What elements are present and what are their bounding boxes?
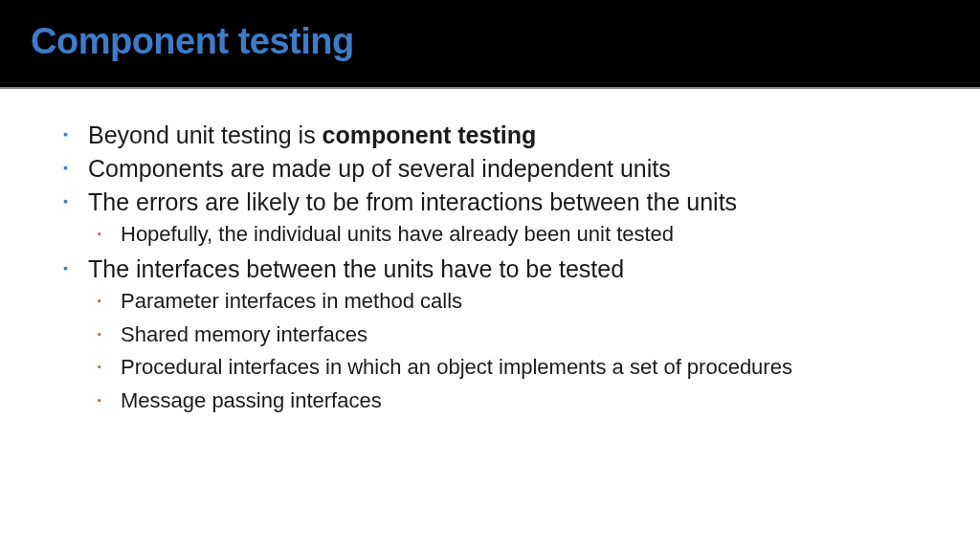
sub-bullet-item: Message passing interfaces (96, 386, 938, 416)
sub-bullet-item: Procedural interfaces in which an object… (96, 353, 938, 383)
sub-bullet-item: Hopefully, the individual units have alr… (96, 220, 938, 250)
slide-content: Beyond unit testing is component testing… (0, 89, 980, 439)
bullet-item: Beyond unit testing is component testing (61, 120, 938, 151)
sub-bullet-text: Parameter interfaces in method calls (121, 289, 462, 313)
bullet-list: Beyond unit testing is component testing… (61, 120, 938, 416)
sub-bullet-text: Hopefully, the individual units have alr… (121, 222, 674, 246)
sub-bullet-text: Procedural interfaces in which an object… (121, 355, 792, 379)
bullet-text: The interfaces between the units have to… (88, 255, 624, 282)
bullet-text-prefix: Beyond unit testing is (88, 121, 323, 148)
slide-title: Component testing (31, 21, 949, 62)
sub-bullet-item: Shared memory interfaces (96, 320, 938, 350)
sub-bullet-text: Shared memory interfaces (121, 322, 368, 346)
bullet-text: Components are made up of several indepe… (88, 155, 671, 182)
bullet-text-bold: component testing (323, 121, 537, 148)
sub-bullet-list: Hopefully, the individual units have alr… (88, 220, 938, 250)
bullet-text: The errors are likely to be from interac… (88, 188, 737, 215)
sub-bullet-text: Message passing interfaces (121, 388, 382, 412)
slide-header: Component testing (0, 0, 980, 89)
bullet-item: The interfaces between the units have to… (61, 253, 938, 416)
bullet-item: Components are made up of several indepe… (61, 153, 938, 185)
bullet-item: The errors are likely to be from interac… (61, 187, 938, 250)
sub-bullet-list: Parameter interfaces in method calls Sha… (88, 287, 938, 416)
sub-bullet-item: Parameter interfaces in method calls (96, 287, 938, 317)
